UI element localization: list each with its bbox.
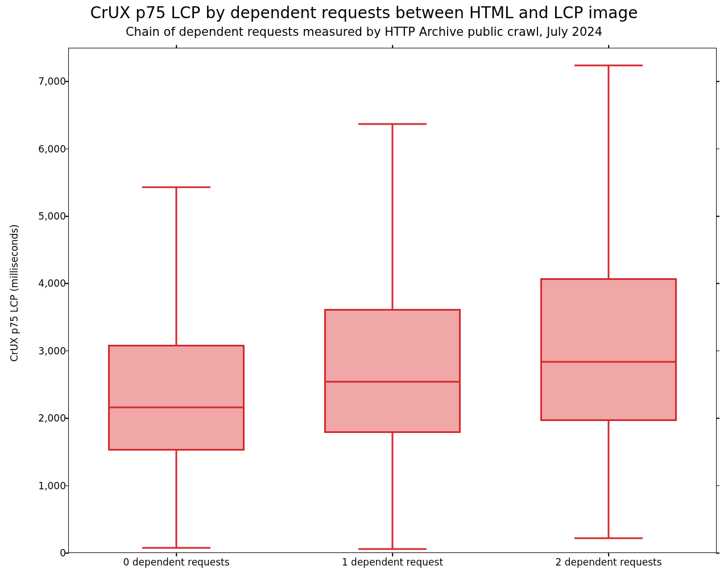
box-lower-whisker (608, 421, 610, 538)
box-cap-low (358, 548, 427, 550)
box-cap-low (142, 547, 210, 548)
y-tick-label: 1,000 (38, 480, 66, 492)
box-cap-high (358, 123, 427, 125)
box-cap-high (574, 64, 643, 66)
box-iqr (540, 278, 677, 421)
x-tick-mark (176, 45, 177, 48)
y-tick-mark (716, 81, 719, 82)
y-tick-mark (65, 418, 69, 419)
box-lower-whisker (392, 433, 394, 549)
box-median (108, 407, 245, 408)
y-tick-mark (716, 552, 719, 554)
y-tick-mark (65, 552, 69, 554)
y-tick-mark (65, 350, 69, 352)
x-tick-mark (608, 45, 609, 48)
y-tick-label: 2,000 (38, 412, 66, 424)
y-tick-mark (65, 216, 69, 217)
chart-subtitle: Chain of dependent requests measured by … (0, 25, 728, 39)
y-tick-mark (65, 81, 69, 82)
box-upper-whisker (176, 187, 177, 345)
chart-figure: CrUX p75 LCP by dependent requests betwe… (0, 0, 728, 586)
x-tick-mark (392, 45, 393, 48)
box-cap-high (142, 187, 210, 188)
y-tick-label: 4,000 (38, 278, 66, 289)
chart-title: CrUX p75 LCP by dependent requests betwe… (0, 3, 728, 22)
y-tick-mark (716, 148, 719, 150)
y-tick-label: 6,000 (38, 143, 66, 155)
x-tick-label: 1 dependent request (342, 556, 443, 568)
y-tick-mark (65, 485, 69, 486)
x-tick-label: 2 dependent requests (555, 556, 661, 568)
box-upper-whisker (608, 65, 610, 278)
x-tick-label: 0 dependent requests (123, 556, 229, 568)
x-tick-mark (608, 553, 609, 556)
y-tick-mark (716, 485, 719, 486)
y-tick-mark (65, 283, 69, 284)
y-tick-mark (716, 350, 719, 352)
y-tick-mark (716, 283, 719, 284)
y-tick-mark (716, 216, 719, 217)
box-median (540, 361, 677, 362)
box-iqr (324, 309, 461, 433)
y-axis-label: CrUX p75 LCP (milliseconds) (6, 0, 23, 586)
box-upper-whisker (392, 124, 394, 309)
box-cap-low (574, 537, 643, 539)
y-tick-mark (65, 148, 69, 150)
box-median (324, 381, 461, 383)
y-tick-label: 5,000 (38, 211, 66, 222)
box-iqr (108, 345, 245, 451)
x-tick-mark (392, 553, 393, 556)
y-tick-label: 7,000 (38, 76, 66, 87)
box-lower-whisker (176, 451, 177, 547)
x-tick-mark (176, 553, 177, 556)
y-tick-label: 3,000 (38, 345, 66, 357)
y-tick-mark (716, 418, 719, 419)
